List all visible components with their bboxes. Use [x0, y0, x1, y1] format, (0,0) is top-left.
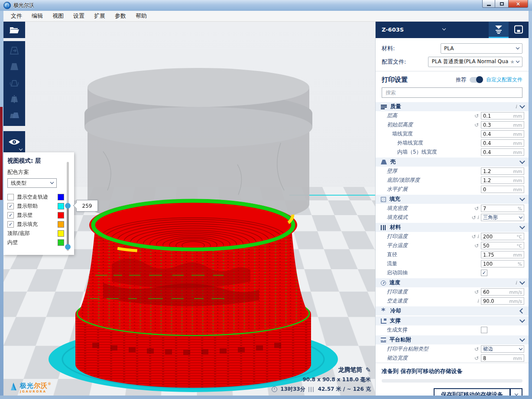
tab-prepare-slice[interactable]	[489, 21, 509, 38]
setting-value: 裙边	[483, 346, 519, 352]
maximize-button[interactable]	[495, 0, 508, 8]
material-value: PLA	[444, 45, 515, 51]
custom-profile-link[interactable]: 自定义配置文件	[486, 76, 522, 84]
setting-label: 底部/顶部厚度	[376, 177, 463, 184]
title-bar[interactable]: 极光尔沃	[0, 0, 532, 11]
setting-checkbox[interactable]: ✓	[481, 270, 487, 276]
layer-slider-upper-handle[interactable]	[65, 203, 71, 209]
rotate-tool-icon[interactable]	[8, 77, 20, 90]
settings-search-input[interactable]	[385, 89, 519, 96]
setting-input[interactable]: 0.4mm	[481, 148, 524, 156]
section-header-material[interactable]: 材料	[376, 223, 529, 232]
setting-input[interactable]: 0.1mm	[481, 112, 524, 119]
reset-icon[interactable]: ↺	[474, 122, 479, 128]
section-header-speed[interactable]: 速度i	[376, 278, 529, 287]
setting-checkbox[interactable]	[481, 327, 487, 333]
setting-input[interactable]: 200°C	[481, 233, 524, 240]
settings-search[interactable]	[382, 87, 522, 98]
chevron-down-icon[interactable]	[519, 317, 525, 323]
chevron-down-icon[interactable]	[519, 279, 525, 285]
move-tool-icon[interactable]	[8, 45, 20, 57]
view-mode-button[interactable]	[3, 131, 25, 152]
reset-icon[interactable]: ↺	[474, 113, 479, 119]
option-checkbox[interactable]: ✓	[7, 212, 14, 219]
setting-input[interactable]: 0.4mm	[481, 139, 524, 147]
layer-slider-range	[67, 205, 69, 248]
setting-input[interactable]: 1.2mm	[481, 167, 524, 175]
layer-slider-lower-handle[interactable]	[65, 244, 71, 250]
printer-selector[interactable]: Z-603S	[376, 26, 489, 33]
chevron-down-icon	[50, 180, 54, 184]
reset-icon[interactable]: ↺	[471, 234, 476, 239]
open-file-button[interactable]	[3, 22, 25, 38]
setting-row: 空走速度i90.0mm/s	[376, 296, 529, 306]
per-model-settings-icon[interactable]	[8, 110, 20, 122]
output-block: 准备到 保存到可移动的存储设备 保存到可移动的存储设备	[376, 363, 529, 399]
tab-monitor[interactable]	[509, 21, 529, 38]
menu-item-5[interactable]: 参数	[110, 11, 131, 21]
layer-slider[interactable]	[65, 162, 71, 251]
section-header-quality[interactable]: 质量i	[376, 102, 529, 111]
mirror-tool-icon[interactable]	[8, 94, 20, 106]
menu-item-1[interactable]: 编辑	[27, 11, 48, 21]
setting-input[interactable]: 0mm	[481, 186, 524, 193]
setting-input[interactable]: 0.4mm	[481, 130, 524, 138]
menu-item-2[interactable]: 视图	[48, 11, 68, 21]
chevron-down-icon[interactable]	[519, 224, 525, 229]
setting-input[interactable]: 90.0mm/s	[481, 297, 524, 305]
menu-item-0[interactable]: 文件	[6, 11, 27, 21]
reset-icon[interactable]: ↺	[474, 206, 479, 211]
setting-select[interactable]: 裙边	[481, 345, 524, 353]
setting-input[interactable]: 100%	[481, 260, 524, 267]
section-header-adhesion[interactable]: 平台粘附	[376, 335, 529, 344]
scale-tool-icon[interactable]	[8, 61, 20, 73]
setting-row: 填充模式↺i三角形	[376, 213, 529, 222]
printer-name: Z-603S	[382, 26, 404, 33]
setting-input[interactable]: 1.75mm	[481, 251, 524, 258]
info-icon[interactable]: i	[515, 280, 517, 286]
setting-input[interactable]: 8mm	[481, 354, 524, 362]
section-header-cooling[interactable]: 冷却	[376, 306, 529, 315]
section-header-infill[interactable]: 填充	[376, 195, 529, 204]
setting-input[interactable]: 0.3mm	[481, 121, 524, 129]
setting-input[interactable]: 60mm/s	[481, 288, 524, 296]
minimize-button[interactable]	[482, 0, 495, 8]
rename-pencil-icon[interactable]: ✎	[365, 366, 371, 374]
reset-icon[interactable]: ↺	[474, 243, 479, 248]
info-icon[interactable]: i	[477, 234, 479, 239]
reset-icon[interactable]: ↺	[474, 356, 479, 361]
setting-input[interactable]: 7%	[481, 205, 524, 212]
setting-input[interactable]: 1.2mm	[481, 177, 524, 184]
menu-item-4[interactable]: 扩展	[89, 11, 110, 21]
recommended-custom-toggle[interactable]	[470, 77, 483, 83]
reset-icon[interactable]: ↺	[474, 347, 479, 352]
chevron-down-icon[interactable]	[519, 336, 525, 342]
menu-item-6[interactable]: 帮助	[131, 11, 152, 21]
chevron-left-icon[interactable]	[519, 308, 525, 314]
3d-viewport[interactable]: 视图模式: 层 配色方案 线类型 显示空走轨迹✓显示帮助✓显示壁✓显示填充顶部/…	[3, 22, 375, 396]
setting-input[interactable]: 50°C	[481, 242, 524, 249]
reset-icon[interactable]: ↺	[474, 290, 479, 295]
reset-icon[interactable]: ↺	[471, 215, 476, 220]
chevron-down-icon[interactable]	[519, 158, 525, 164]
info-icon[interactable]: i	[477, 215, 479, 220]
setting-select[interactable]: 三角形	[481, 214, 524, 221]
section-header-shell[interactable]: 壳	[376, 158, 529, 167]
row-icons: ↺i	[463, 234, 481, 239]
option-checkbox[interactable]	[7, 194, 14, 200]
material-select[interactable]: PLA	[441, 43, 522, 54]
option-checkbox[interactable]: ✓	[7, 203, 14, 209]
menu-item-3[interactable]: 设置	[68, 11, 89, 21]
chevron-down-icon[interactable]	[519, 103, 525, 109]
row-icons: ↺	[463, 347, 481, 352]
close-button[interactable]: ×	[508, 0, 528, 8]
setting-unit: mm	[513, 169, 522, 174]
section-header-support[interactable]: 支撑	[376, 316, 529, 325]
info-icon[interactable]: i	[515, 104, 517, 109]
profile-select[interactable]: PLA 普通质量(PLA Normal Qua ★	[428, 57, 522, 67]
option-checkbox[interactable]: ✓	[7, 221, 14, 228]
info-icon[interactable]: i	[477, 299, 479, 304]
chevron-down-icon[interactable]	[519, 196, 525, 201]
color-scheme-select[interactable]: 线类型	[7, 178, 57, 188]
option-label: 顶部/底部	[7, 230, 55, 237]
